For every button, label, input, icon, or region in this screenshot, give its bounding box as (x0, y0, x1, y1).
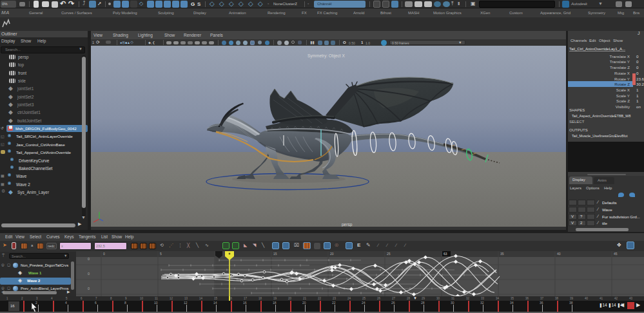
svg-text:0: 0 (103, 252, 105, 256)
svg-text:15: 15 (273, 252, 277, 256)
svg-text:63: 63 (444, 252, 447, 256)
svg-text:40: 40 (557, 252, 561, 256)
svg-text:0: 0 (88, 257, 90, 261)
svg-text:35: 35 (500, 252, 504, 256)
svg-text:0: 0 (88, 272, 90, 276)
svg-text:5: 5 (160, 252, 162, 256)
svg-text:45: 45 (614, 252, 618, 256)
svg-text:0: 0 (88, 287, 90, 290)
svg-text:25: 25 (387, 252, 391, 256)
svg-text:20: 20 (330, 252, 334, 256)
